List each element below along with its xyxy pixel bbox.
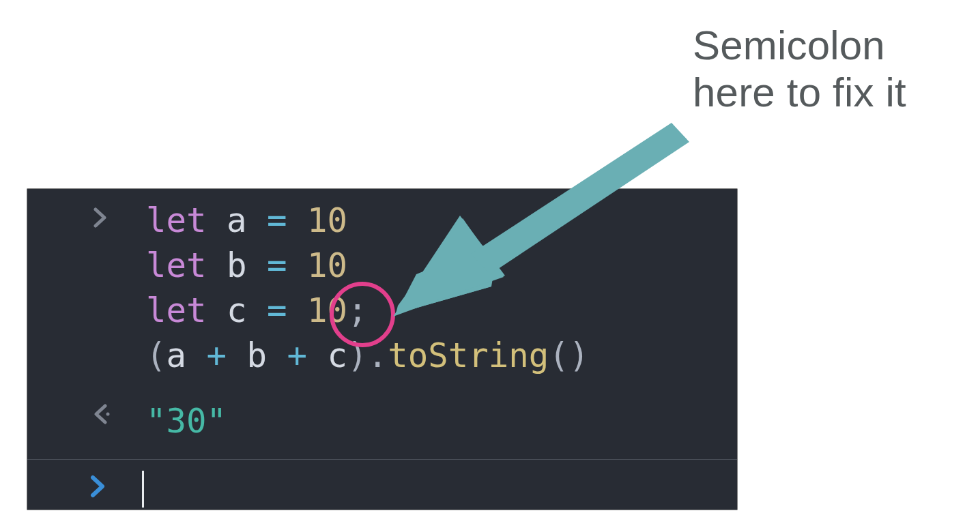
op-eq: = (267, 246, 287, 285)
op-eq: = (267, 201, 287, 240)
figure-canvas: Semicolon here to fix it (0, 0, 980, 528)
semicolon: ; (347, 291, 368, 330)
console-input-row: let a = 10 let b = 10 let c = 10; (a + b… (27, 189, 737, 383)
console-prompt-row[interactable] (27, 460, 737, 516)
paren-close: ) (347, 336, 368, 375)
var-c: c (227, 291, 247, 330)
keyword-let: let (146, 291, 207, 330)
console-output-row: "30" (27, 383, 737, 459)
num-10: 10 (307, 246, 347, 285)
var-a: a (227, 201, 247, 240)
keyword-let: let (146, 201, 207, 240)
annotation-line-1: Semicolon (693, 23, 885, 68)
console-output-value: "30" (93, 396, 737, 447)
method-tostring: toString (388, 336, 549, 375)
num-10: 10 (307, 291, 347, 330)
text-cursor-icon (142, 471, 144, 508)
num-10: 10 (307, 201, 347, 240)
var-b: b (227, 246, 247, 285)
annotation-line-2: here to fix it (693, 70, 906, 115)
svg-point-6 (106, 413, 110, 416)
input-chevron-icon (90, 207, 112, 229)
keyword-let: let (146, 246, 207, 285)
annotation-text: Semicolon here to fix it (693, 22, 979, 116)
output-chevron-icon (90, 403, 112, 425)
op-eq: = (267, 291, 287, 330)
devtools-console: let a = 10 let b = 10 let c = 10; (a + b… (27, 189, 737, 510)
prompt-chevron-icon (90, 475, 106, 501)
console-input-code[interactable]: let a = 10 let b = 10 let c = 10; (a + b… (93, 199, 737, 379)
paren-open: ( (146, 336, 167, 375)
